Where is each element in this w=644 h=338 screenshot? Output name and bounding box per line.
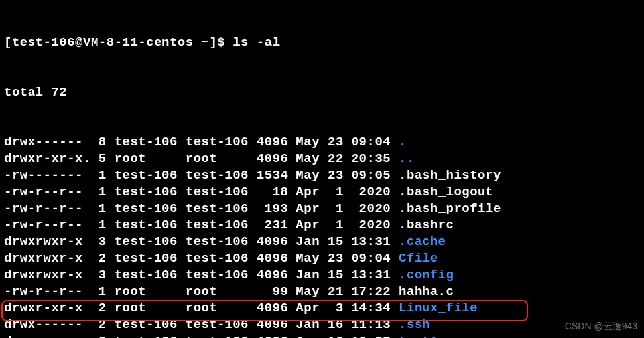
file-name: .bash_logout bbox=[399, 185, 493, 199]
file-name: Cfile bbox=[399, 251, 438, 266]
file-row: -rw-r--r-- 1 test-106 test-106 231 Apr 1… bbox=[4, 217, 640, 234]
terminal-window[interactable]: [test-106@VM-8-11-centos ~]$ ls -al tota… bbox=[0, 0, 644, 338]
prompt-line: [test-106@VM-8-11-centos ~]$ ls -al bbox=[4, 35, 640, 51]
watermark-text: CSDN @云逸943 bbox=[565, 318, 637, 335]
file-meta: -rw-r--r-- 1 root root 99 May 21 17:22 bbox=[4, 284, 399, 299]
file-name: .cache bbox=[399, 234, 446, 249]
file-name: .config bbox=[399, 268, 454, 282]
file-row: drwxrwxr-x 3 test-106 test-106 4096 Jan … bbox=[4, 267, 640, 284]
file-meta: drwx------ 8 test-106 test-106 4096 May … bbox=[4, 135, 399, 149]
file-row: drwxrwxr-x 2 test-106 test-106 4096 May … bbox=[4, 250, 640, 267]
file-meta: drwxrwxr-x 2 test-106 test-106 4096 May … bbox=[4, 251, 399, 266]
file-name: .bash_profile bbox=[399, 201, 501, 216]
file-meta: -rw-r--r-- 1 test-106 test-106 193 Apr 1… bbox=[4, 201, 399, 216]
file-row: -rw-r--r-- 1 test-106 test-106 18 Apr 1 … bbox=[4, 184, 640, 201]
file-meta: drwxrwxr-x 2 test-106 test-106 4096 Jan … bbox=[4, 334, 399, 338]
file-meta: drwxr-xr-x 2 root root 4096 Apr 3 14:34 bbox=[4, 301, 399, 315]
file-name: . bbox=[399, 135, 407, 149]
file-meta: drwxrwxr-x 3 test-106 test-106 4096 Jan … bbox=[4, 268, 399, 282]
file-row: drwxr-xr-x 2 root root 4096 Apr 3 14:34 … bbox=[4, 300, 640, 317]
file-name: Linux_file bbox=[399, 301, 478, 315]
file-name: .bash_history bbox=[399, 168, 501, 183]
file-name: .. bbox=[399, 151, 415, 166]
file-meta: drwxrwxr-x 3 test-106 test-106 4096 Jan … bbox=[4, 234, 399, 249]
file-name: .bashrc bbox=[399, 218, 454, 232]
file-meta: drwxr-xr-x. 5 root root 4096 May 22 20:3… bbox=[4, 151, 399, 166]
file-row: drwx------ 8 test-106 test-106 4096 May … bbox=[4, 134, 640, 151]
file-name: .ssh bbox=[399, 317, 430, 332]
file-meta: -rw------- 1 test-106 test-106 1534 May … bbox=[4, 168, 399, 183]
file-row: drwxr-xr-x. 5 root root 4096 May 22 20:3… bbox=[4, 151, 640, 167]
shell-prompt: [test-106@VM-8-11-centos ~]$ bbox=[4, 35, 233, 50]
file-row: drwxrwxr-x 2 test-106 test-106 4096 Jan … bbox=[4, 333, 640, 338]
file-row: -rw-r--r-- 1 root root 99 May 21 17:22 h… bbox=[4, 284, 640, 300]
file-row: -rw------- 1 test-106 test-106 1534 May … bbox=[4, 167, 640, 184]
file-name: test1 bbox=[399, 334, 438, 338]
command-text: ls -al bbox=[233, 35, 280, 50]
file-meta: -rw-r--r-- 1 test-106 test-106 231 Apr 1… bbox=[4, 218, 399, 232]
file-row: -rw-r--r-- 1 test-106 test-106 193 Apr 1… bbox=[4, 201, 640, 217]
file-row: drwxrwxr-x 3 test-106 test-106 4096 Jan … bbox=[4, 234, 640, 250]
file-meta: drwx------ 2 test-106 test-106 4096 Jan … bbox=[4, 317, 399, 332]
file-row: drwx------ 2 test-106 test-106 4096 Jan … bbox=[4, 317, 640, 333]
total-line: total 72 bbox=[4, 84, 640, 101]
file-meta: -rw-r--r-- 1 test-106 test-106 18 Apr 1 … bbox=[4, 185, 399, 199]
file-listing: drwx------ 8 test-106 test-106 4096 May … bbox=[4, 134, 640, 338]
file-name: hahha.c bbox=[399, 284, 454, 299]
